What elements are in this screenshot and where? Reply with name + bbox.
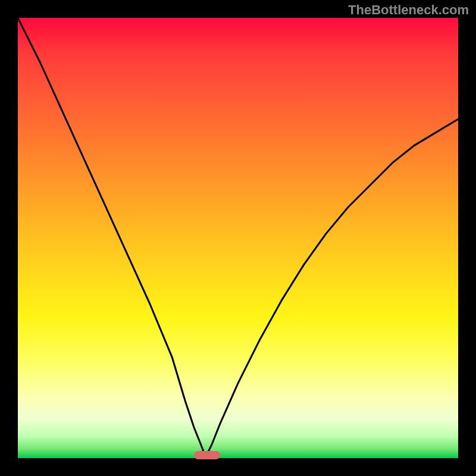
- watermark-text: TheBottleneck.com: [348, 2, 469, 18]
- bottleneck-curve-path: [18, 18, 458, 458]
- bottleneck-curve-svg: [18, 18, 458, 458]
- plot-area: [18, 18, 458, 458]
- optimal-marker: [194, 451, 220, 459]
